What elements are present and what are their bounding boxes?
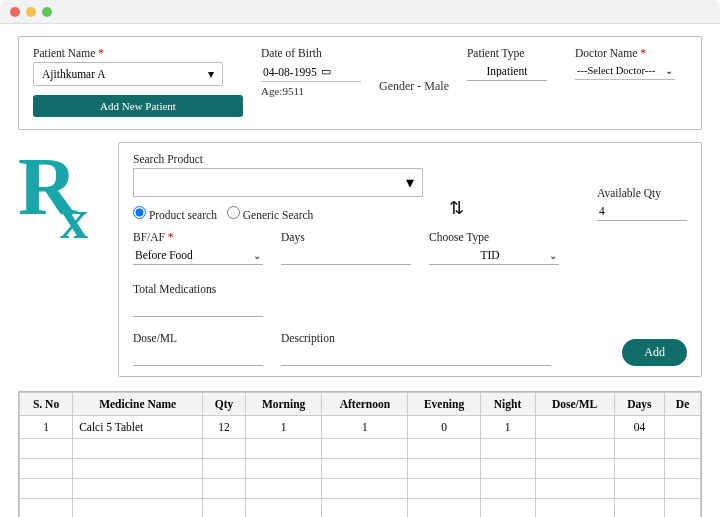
add-new-patient-button[interactable]: Add New Patient	[33, 95, 243, 117]
th-afternoon: Afternoon	[322, 393, 408, 416]
choose-type-select[interactable]: TID	[480, 249, 499, 261]
close-dot[interactable]	[10, 7, 20, 17]
chevron-down-icon: ⌄	[253, 250, 261, 261]
chevron-down-icon: ▾	[406, 173, 414, 192]
available-qty-input[interactable]	[597, 202, 687, 221]
th-dose: Dose/ML	[535, 393, 614, 416]
age-text: Age:9511	[261, 85, 361, 97]
th-evening: Evening	[408, 393, 480, 416]
medicine-table: S. No Medicine Name Qty Morning Afternoo…	[18, 391, 702, 517]
chevron-down-icon: ⌄	[665, 65, 673, 76]
dob-label: Date of Birth	[261, 47, 361, 59]
rx-logo: Rx	[18, 142, 108, 242]
window-chrome	[0, 0, 720, 24]
product-search-radio[interactable]: Product search	[133, 206, 217, 221]
th-night: Night	[480, 393, 535, 416]
bfaf-select[interactable]: Before Food	[135, 249, 193, 261]
total-medications-input[interactable]	[133, 298, 263, 317]
th-de: De	[665, 393, 701, 416]
maximize-dot[interactable]	[42, 7, 52, 17]
doctor-name-label: Doctor Name	[575, 47, 685, 59]
table-row[interactable]: 1 Calci 5 Tablet 12 1 1 0 1 04	[20, 416, 701, 439]
total-medications-label: Total Medications	[133, 283, 263, 295]
doctor-select-value[interactable]: ---Select Doctor---	[577, 65, 655, 76]
generic-search-radio[interactable]: Generic Search	[227, 206, 313, 221]
dob-input[interactable]: 04-08-1995	[263, 66, 317, 78]
search-product-label: Search Product	[133, 153, 423, 165]
table-row	[20, 439, 701, 459]
days-input[interactable]	[281, 246, 411, 265]
sort-icon[interactable]: ⇅	[449, 197, 464, 219]
th-sno: S. No	[20, 393, 73, 416]
th-medicine: Medicine Name	[73, 393, 203, 416]
th-days: Days	[614, 393, 665, 416]
patient-type-label: Patient Type	[467, 47, 557, 59]
table-row	[20, 499, 701, 518]
th-morning: Morning	[245, 393, 322, 416]
days-label: Days	[281, 231, 411, 243]
patient-name-label: Patient Name	[33, 47, 243, 59]
patient-name-value: Ajithkumar A	[42, 68, 106, 80]
patient-type-input[interactable]	[467, 62, 547, 81]
add-button[interactable]: Add	[622, 339, 687, 366]
table-header-row: S. No Medicine Name Qty Morning Afternoo…	[20, 393, 701, 416]
description-label: Description	[281, 332, 551, 344]
choose-type-label: Choose Type	[429, 231, 559, 243]
bfaf-label: BF/AF	[133, 231, 263, 243]
search-product-select[interactable]: ▾	[133, 168, 423, 197]
chevron-down-icon: ⌄	[549, 250, 557, 261]
description-input[interactable]	[281, 347, 551, 366]
patient-panel: Patient Name Ajithkumar A ▾ Add New Pati…	[18, 36, 702, 130]
th-qty: Qty	[203, 393, 246, 416]
chevron-down-icon: ▾	[208, 67, 214, 81]
dose-ml-label: Dose/ML	[133, 332, 263, 344]
svg-text:x: x	[60, 188, 88, 242]
table-row	[20, 479, 701, 499]
dose-ml-input[interactable]	[133, 347, 263, 366]
available-qty-label: Available Qty	[597, 187, 687, 199]
gender-text: Gender - Male	[379, 79, 449, 94]
minimize-dot[interactable]	[26, 7, 36, 17]
patient-name-select[interactable]: Ajithkumar A ▾	[33, 62, 223, 86]
table-row	[20, 459, 701, 479]
calendar-icon[interactable]: ▭	[321, 65, 331, 78]
product-panel: Search Product ▾ Product search Generic …	[118, 142, 702, 377]
